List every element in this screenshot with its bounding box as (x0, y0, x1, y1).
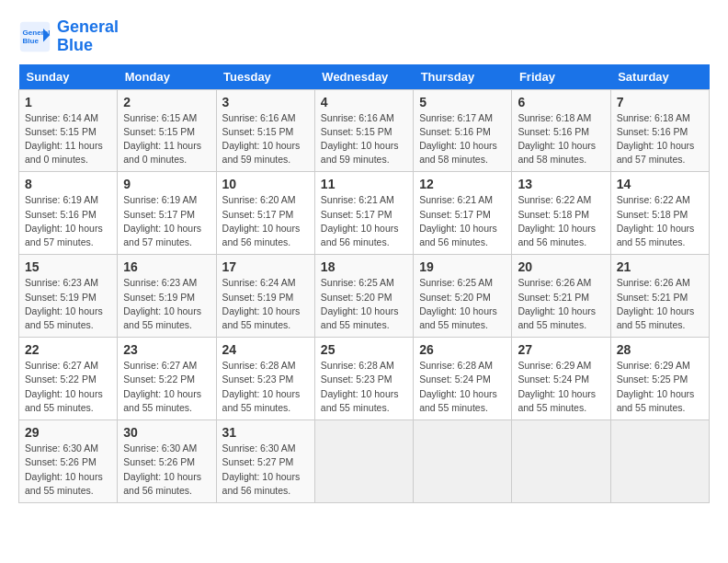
day-info: Sunrise: 6:16 AMSunset: 5:15 PMDaylight:… (321, 111, 407, 167)
day-info: Sunrise: 6:29 AMSunset: 5:24 PMDaylight:… (518, 359, 604, 415)
day-info: Sunrise: 6:23 AMSunset: 5:19 PMDaylight:… (123, 276, 210, 332)
day-info: Sunrise: 6:20 AMSunset: 5:17 PMDaylight:… (222, 193, 309, 249)
day-header-friday: Friday (512, 64, 610, 90)
calendar-cell: 31Sunrise: 6:30 AMSunset: 5:27 PMDayligh… (216, 420, 314, 503)
day-info: Sunrise: 6:24 AMSunset: 5:19 PMDaylight:… (222, 276, 309, 332)
day-number: 17 (222, 259, 309, 274)
day-number: 8 (25, 177, 111, 191)
day-info: Sunrise: 6:26 AMSunset: 5:21 PMDaylight:… (518, 276, 604, 332)
day-number: 5 (419, 95, 506, 109)
day-number: 7 (617, 95, 703, 109)
day-number: 10 (222, 177, 309, 191)
day-info: Sunrise: 6:28 AMSunset: 5:24 PMDaylight:… (419, 359, 506, 415)
calendar-cell: 23Sunrise: 6:27 AMSunset: 5:22 PMDayligh… (118, 338, 216, 420)
day-info: Sunrise: 6:22 AMSunset: 5:18 PMDaylight:… (617, 193, 703, 249)
logo-icon: General Blue (18, 20, 51, 53)
day-header-wednesday: Wednesday (314, 64, 413, 90)
day-info: Sunrise: 6:28 AMSunset: 5:23 PMDaylight:… (321, 359, 407, 415)
calendar-cell: 16Sunrise: 6:23 AMSunset: 5:19 PMDayligh… (118, 255, 216, 338)
header: General Blue GeneralBlue (18, 18, 710, 55)
week-row-1: 1Sunrise: 6:14 AMSunset: 5:15 PMDaylight… (19, 89, 710, 172)
day-number: 1 (25, 95, 111, 109)
day-info: Sunrise: 6:18 AMSunset: 5:16 PMDaylight:… (518, 111, 604, 167)
logo: General Blue GeneralBlue (18, 18, 119, 55)
day-info: Sunrise: 6:21 AMSunset: 5:17 PMDaylight:… (321, 193, 407, 249)
calendar-cell: 22Sunrise: 6:27 AMSunset: 5:22 PMDayligh… (19, 338, 118, 420)
svg-text:Blue: Blue (23, 37, 40, 45)
day-header-thursday: Thursday (414, 64, 512, 90)
day-info: Sunrise: 6:27 AMSunset: 5:22 PMDaylight:… (123, 359, 210, 415)
week-row-3: 15Sunrise: 6:23 AMSunset: 5:19 PMDayligh… (19, 255, 710, 338)
calendar-cell: 26Sunrise: 6:28 AMSunset: 5:24 PMDayligh… (414, 338, 512, 420)
calendar-cell (610, 420, 709, 503)
calendar-cell: 6Sunrise: 6:18 AMSunset: 5:16 PMDaylight… (512, 89, 610, 172)
day-info: Sunrise: 6:16 AMSunset: 5:15 PMDaylight:… (222, 111, 309, 167)
calendar-cell: 25Sunrise: 6:28 AMSunset: 5:23 PMDayligh… (314, 338, 413, 420)
day-info: Sunrise: 6:21 AMSunset: 5:17 PMDaylight:… (419, 193, 506, 249)
calendar-cell: 1Sunrise: 6:14 AMSunset: 5:15 PMDaylight… (19, 89, 118, 172)
day-number: 25 (321, 342, 407, 357)
calendar-cell (512, 420, 610, 503)
calendar-cell: 9Sunrise: 6:19 AMSunset: 5:17 PMDaylight… (118, 172, 216, 255)
calendar-cell: 4Sunrise: 6:16 AMSunset: 5:15 PMDaylight… (314, 89, 413, 172)
day-number: 20 (518, 259, 604, 274)
calendar-cell: 17Sunrise: 6:24 AMSunset: 5:19 PMDayligh… (216, 255, 314, 338)
day-number: 13 (518, 177, 604, 191)
day-header-saturday: Saturday (610, 64, 709, 90)
calendar-cell: 12Sunrise: 6:21 AMSunset: 5:17 PMDayligh… (414, 172, 512, 255)
day-number: 19 (419, 259, 506, 274)
calendar-cell: 24Sunrise: 6:28 AMSunset: 5:23 PMDayligh… (216, 338, 314, 420)
day-info: Sunrise: 6:30 AMSunset: 5:26 PMDaylight:… (25, 442, 111, 498)
calendar-cell: 30Sunrise: 6:30 AMSunset: 5:26 PMDayligh… (118, 420, 216, 503)
week-row-4: 22Sunrise: 6:27 AMSunset: 5:22 PMDayligh… (19, 338, 710, 420)
calendar-cell: 10Sunrise: 6:20 AMSunset: 5:17 PMDayligh… (216, 172, 314, 255)
calendar-cell (314, 420, 413, 503)
day-info: Sunrise: 6:14 AMSunset: 5:15 PMDaylight:… (25, 111, 111, 167)
day-number: 29 (25, 425, 111, 440)
day-number: 3 (222, 95, 309, 109)
day-info: Sunrise: 6:15 AMSunset: 5:15 PMDaylight:… (123, 111, 210, 167)
day-number: 23 (123, 342, 210, 357)
calendar-cell: 14Sunrise: 6:22 AMSunset: 5:18 PMDayligh… (610, 172, 709, 255)
calendar-cell: 5Sunrise: 6:17 AMSunset: 5:16 PMDaylight… (414, 89, 512, 172)
days-header-row: SundayMondayTuesdayWednesdayThursdayFrid… (19, 64, 710, 90)
day-number: 21 (617, 259, 703, 274)
day-number: 9 (123, 177, 210, 191)
calendar-cell: 21Sunrise: 6:26 AMSunset: 5:21 PMDayligh… (610, 255, 709, 338)
day-number: 14 (617, 177, 703, 191)
day-info: Sunrise: 6:27 AMSunset: 5:22 PMDaylight:… (25, 359, 111, 415)
logo-wordmark: GeneralBlue (57, 18, 119, 55)
day-info: Sunrise: 6:19 AMSunset: 5:16 PMDaylight:… (25, 193, 111, 249)
calendar-cell: 11Sunrise: 6:21 AMSunset: 5:17 PMDayligh… (314, 172, 413, 255)
day-number: 12 (419, 177, 506, 191)
day-info: Sunrise: 6:30 AMSunset: 5:27 PMDaylight:… (222, 442, 309, 498)
calendar-cell (414, 420, 512, 503)
day-number: 24 (222, 342, 309, 357)
day-number: 2 (123, 95, 210, 109)
calendar-table: SundayMondayTuesdayWednesdayThursdayFrid… (18, 64, 710, 503)
day-info: Sunrise: 6:26 AMSunset: 5:21 PMDaylight:… (617, 276, 703, 332)
calendar-cell: 29Sunrise: 6:30 AMSunset: 5:26 PMDayligh… (19, 420, 118, 503)
day-info: Sunrise: 6:17 AMSunset: 5:16 PMDaylight:… (419, 111, 506, 167)
day-number: 31 (222, 425, 309, 440)
day-number: 4 (321, 95, 407, 109)
day-number: 30 (123, 425, 210, 440)
day-number: 22 (25, 342, 111, 357)
day-info: Sunrise: 6:25 AMSunset: 5:20 PMDaylight:… (321, 276, 407, 332)
calendar-cell: 13Sunrise: 6:22 AMSunset: 5:18 PMDayligh… (512, 172, 610, 255)
calendar-cell: 27Sunrise: 6:29 AMSunset: 5:24 PMDayligh… (512, 338, 610, 420)
day-header-sunday: Sunday (19, 64, 118, 90)
calendar-cell: 28Sunrise: 6:29 AMSunset: 5:25 PMDayligh… (610, 338, 709, 420)
day-number: 15 (25, 259, 111, 274)
day-info: Sunrise: 6:23 AMSunset: 5:19 PMDaylight:… (25, 276, 111, 332)
day-number: 26 (419, 342, 506, 357)
day-header-tuesday: Tuesday (216, 64, 314, 90)
calendar-cell: 19Sunrise: 6:25 AMSunset: 5:20 PMDayligh… (414, 255, 512, 338)
day-info: Sunrise: 6:18 AMSunset: 5:16 PMDaylight:… (617, 111, 703, 167)
day-info: Sunrise: 6:19 AMSunset: 5:17 PMDaylight:… (123, 193, 210, 249)
day-number: 27 (518, 342, 604, 357)
day-info: Sunrise: 6:30 AMSunset: 5:26 PMDaylight:… (123, 442, 210, 498)
day-info: Sunrise: 6:29 AMSunset: 5:25 PMDaylight:… (617, 359, 703, 415)
calendar-cell: 15Sunrise: 6:23 AMSunset: 5:19 PMDayligh… (19, 255, 118, 338)
day-number: 11 (321, 177, 407, 191)
